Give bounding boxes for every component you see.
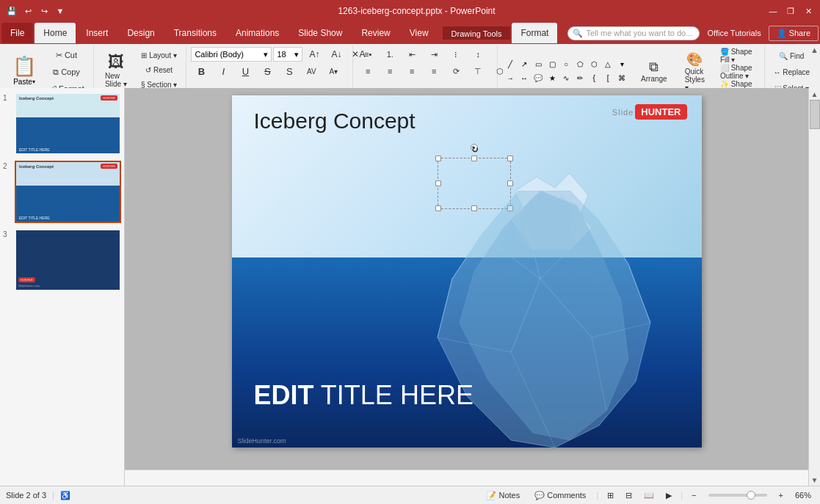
restore-icon[interactable]: ❐ — [785, 5, 797, 17]
text-direction-button[interactable]: ⟳ — [446, 64, 466, 78]
scroll-down[interactable]: ▼ — [809, 474, 821, 486]
tab-review[interactable]: Review — [352, 23, 399, 43]
shape-circle[interactable]: ○ — [559, 58, 573, 71]
align-left-button[interactable]: ≡ — [358, 64, 378, 78]
replace-button[interactable]: ↔ Replace — [769, 65, 814, 79]
underline-button[interactable]: U — [235, 64, 255, 78]
zoom-in-btn[interactable]: + — [776, 489, 786, 501]
strikethrough-button[interactable]: S — [257, 64, 277, 78]
shape-connector[interactable]: ↗ — [518, 58, 531, 71]
text-align-button[interactable]: ⊤ — [468, 64, 488, 78]
handle-mid-left[interactable] — [435, 180, 441, 186]
align-right-button[interactable]: ≡ — [402, 64, 422, 78]
zoom-thumb[interactable] — [747, 491, 755, 500]
shape-bracket[interactable]: [ — [601, 72, 614, 85]
close-icon[interactable]: ✕ — [802, 5, 814, 17]
bold-button[interactable]: B — [191, 64, 211, 78]
shape-scroll[interactable]: ⌘ — [615, 72, 628, 85]
minimize-icon[interactable]: — — [767, 5, 779, 17]
slide-thumb-3[interactable]: 3 HUNTER SlideHunter.com — [3, 229, 121, 291]
slide-canvas[interactable]: Iceberg Concept Slide HUNTER ↻ — [232, 95, 702, 448]
slide-thumb-1[interactable]: 1 Iceberg Concept HUNTER EDIT TITLE HERE — [3, 92, 121, 155]
shape-freeform[interactable]: ✏ — [573, 72, 587, 85]
shape-pentagon[interactable]: ⬠ — [573, 58, 587, 71]
tab-home[interactable]: Home — [35, 23, 76, 43]
tell-me-container[interactable]: 🔍 Tell me what you want to do... — [562, 26, 700, 40]
tab-file[interactable]: File — [1, 23, 33, 43]
increase-indent-button[interactable]: ⇥ — [424, 47, 444, 62]
copy-button[interactable]: ⧉ Copy — [44, 64, 89, 80]
shape-curve[interactable]: ∿ — [559, 72, 573, 85]
tab-design[interactable]: Design — [118, 23, 163, 43]
shape-rect[interactable]: ▭ — [531, 58, 545, 71]
zoom-level[interactable]: 66% — [792, 489, 814, 501]
shape-triangle[interactable]: △ — [601, 58, 614, 71]
reset-button[interactable]: ↺ Reset — [137, 63, 181, 76]
shape-brace[interactable]: { — [587, 72, 601, 85]
comments-button[interactable]: 💬 Comments — [530, 489, 590, 502]
slide-title[interactable]: Iceberg Concept — [254, 109, 416, 134]
shape-arrow[interactable]: → — [504, 72, 517, 85]
scroll-track[interactable] — [809, 100, 820, 474]
find-button[interactable]: 🔍 Find — [769, 48, 814, 63]
tab-animations[interactable]: Animations — [227, 23, 288, 43]
shape-double-arrow[interactable]: ↔ — [518, 72, 531, 85]
ribbon-collapse[interactable]: ▲ — [810, 45, 819, 54]
normal-view-btn[interactable]: ⊞ — [604, 489, 617, 502]
justify-button[interactable]: ≡ — [424, 64, 444, 78]
office-tutorials-btn[interactable]: Office Tutorials — [701, 26, 766, 40]
font-size-selector[interactable]: 18 ▾ — [273, 47, 302, 62]
shape-fill-button[interactable]: 🪣 Shape Fill ▾ — [716, 48, 760, 63]
tab-transitions[interactable]: Transitions — [165, 23, 225, 43]
tab-view[interactable]: View — [401, 23, 438, 43]
redo-icon[interactable]: ↪ — [38, 5, 50, 17]
decrease-indent-button[interactable]: ⇤ — [402, 47, 422, 62]
shape-star[interactable]: ★ — [545, 72, 559, 85]
shape-line[interactable]: ╱ — [504, 58, 517, 71]
scroll-up[interactable]: ▲ — [809, 88, 821, 100]
font-name-selector[interactable]: Calibri (Body) ▾ — [191, 47, 272, 62]
numbering-button[interactable]: 1. — [380, 47, 400, 62]
slide-preview-3[interactable]: HUNTER SlideHunter.com — [15, 229, 121, 291]
font-color-button[interactable]: A▾ — [323, 64, 344, 78]
new-slide-button[interactable]: 🖼 NewSlide ▾ — [98, 47, 134, 94]
increase-font-button[interactable]: A↑ — [304, 47, 324, 62]
rotate-handle[interactable]: ↻ — [471, 144, 478, 151]
scroll-thumb[interactable] — [810, 100, 820, 129]
paste-button[interactable]: 📋 Paste ▾ — [6, 47, 43, 94]
vertical-scrollbar[interactable]: ▲ ▼ — [808, 88, 820, 486]
reading-view-btn[interactable]: 📖 — [641, 489, 657, 502]
customize-icon[interactable]: ▼ — [54, 5, 66, 17]
decrease-font-button[interactable]: A↓ — [326, 47, 346, 62]
char-spacing-button[interactable]: AV — [301, 64, 322, 78]
slide-thumb-2[interactable]: 2 Iceberg Concept HUNTER EDIT TITLE HERE — [3, 161, 121, 223]
shape-more[interactable]: ▾ — [615, 58, 628, 71]
cut-button[interactable]: ✂ Cut — [44, 47, 89, 63]
handle-top-center[interactable] — [471, 156, 477, 161]
shadow-button[interactable]: S — [279, 64, 300, 78]
notes-button[interactable]: 📝 Notes — [482, 489, 524, 502]
shape-callout[interactable]: 💬 — [531, 72, 545, 85]
column-button[interactable]: ⫶ — [446, 47, 466, 62]
tab-insert[interactable]: Insert — [77, 23, 117, 43]
shape-hexagon[interactable]: ⬡ — [587, 58, 601, 71]
accessibility-icon[interactable]: ♿ — [60, 491, 70, 500]
slide-preview-2[interactable]: Iceberg Concept HUNTER EDIT TITLE HERE — [15, 161, 121, 223]
tell-me-input[interactable]: 🔍 Tell me what you want to do... — [567, 26, 700, 40]
tab-format[interactable]: Format — [512, 23, 557, 43]
handle-top-left[interactable] — [435, 156, 441, 161]
line-spacing-button[interactable]: ↕ — [468, 47, 488, 62]
zoom-out-btn[interactable]: − — [689, 489, 699, 501]
share-button[interactable]: 👤 Share — [769, 26, 819, 41]
save-icon[interactable]: 💾 — [6, 5, 18, 17]
layout-button[interactable]: ⊞ Layout ▾ — [137, 48, 181, 62]
slide-sorter-btn[interactable]: ⊟ — [623, 489, 635, 502]
tab-slideshow[interactable]: Slide Show — [289, 23, 351, 43]
slideshow-btn[interactable]: ▶ — [663, 489, 675, 502]
bullets-button[interactable]: ≡• — [358, 47, 378, 62]
shape-outline-button[interactable]: ⬜ Shape Outline ▾ — [716, 65, 760, 79]
zoom-slider[interactable] — [708, 494, 767, 497]
slide-preview-1[interactable]: Iceberg Concept HUNTER EDIT TITLE HERE — [15, 92, 121, 155]
italic-button[interactable]: I — [213, 64, 233, 78]
undo-icon[interactable]: ↩ — [22, 5, 34, 17]
